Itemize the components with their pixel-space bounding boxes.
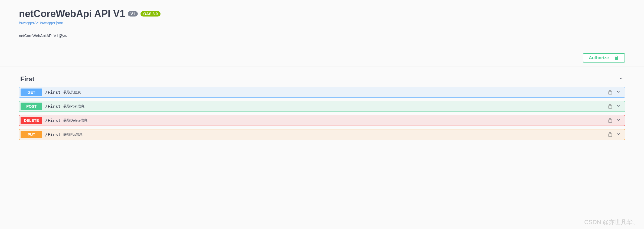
authorize-label: Authorize (589, 55, 609, 60)
operation-summary: GET/First获取总信息 (21, 89, 81, 96)
operation-description: 获取Delete信息 (63, 118, 88, 123)
method-badge: POST (21, 103, 42, 110)
operations-list: GET/First获取总信息POST/First获取Post信息DELETE/F… (19, 87, 625, 140)
operation-path: /First (45, 90, 61, 95)
oas-badge: OAS 3.0 (140, 11, 161, 17)
operation-path: /First (45, 104, 61, 109)
operation-path: /First (45, 118, 61, 123)
chevron-down-icon (616, 132, 621, 138)
unlock-icon (608, 118, 613, 123)
method-badge: GET (21, 89, 42, 96)
operation-summary: DELETE/First获取Delete信息 (21, 117, 87, 124)
swagger-json-link[interactable]: /swagger/V1/swagger.json (19, 21, 63, 25)
operation-controls (608, 103, 623, 109)
operation-description: 获取总信息 (63, 90, 81, 95)
chevron-down-icon (616, 89, 621, 95)
authorize-button[interactable]: Authorize (583, 53, 625, 63)
version-badge: V1 (128, 11, 138, 17)
operation-controls (608, 117, 623, 123)
operation-summary: PUT/First获取Put信息 (21, 131, 83, 138)
unlock-icon (608, 90, 613, 95)
operation-row-delete[interactable]: DELETE/First获取Delete信息 (19, 115, 625, 126)
operation-row-post[interactable]: POST/First获取Post信息 (19, 101, 625, 112)
title-row: netCoreWebApi API V1 V1 OAS 3.0 (19, 8, 625, 19)
api-title: netCoreWebApi API V1 (19, 8, 125, 19)
lock-icon (614, 55, 619, 60)
operation-description: 获取Post信息 (63, 104, 84, 109)
operation-controls (608, 89, 623, 95)
operation-summary: POST/First获取Post信息 (21, 103, 84, 110)
method-badge: DELETE (21, 117, 42, 124)
authorize-row: Authorize (0, 49, 644, 67)
operation-row-put[interactable]: PUT/First获取Put信息 (19, 129, 625, 140)
operation-path: /First (45, 132, 61, 137)
operation-description: 获取Put信息 (63, 132, 83, 137)
unlock-icon (608, 132, 613, 137)
tag-section: First GET/First获取总信息POST/First获取Post信息DE… (0, 67, 644, 149)
chevron-down-icon (616, 117, 621, 123)
api-description: netCoreWebApi API V1 版本 (19, 34, 625, 38)
chevron-up-icon (619, 76, 624, 82)
method-badge: PUT (21, 131, 42, 138)
tag-name: First (20, 75, 34, 83)
chevron-down-icon (616, 103, 621, 109)
operation-row-get[interactable]: GET/First获取总信息 (19, 87, 625, 98)
tag-header[interactable]: First (19, 73, 625, 87)
unlock-icon (608, 104, 613, 109)
api-header: netCoreWebApi API V1 V1 OAS 3.0 /swagger… (0, 0, 644, 49)
operation-controls (608, 132, 623, 138)
